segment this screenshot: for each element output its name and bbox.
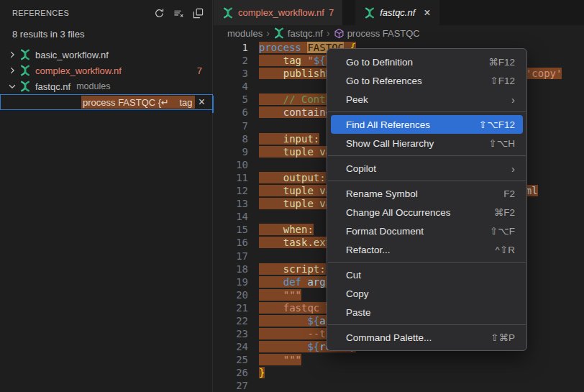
line-number[interactable]: 2 (214, 54, 248, 67)
tab-complex-workflow-nf[interactable]: complex_workflow.nf7 (214, 0, 343, 25)
twistie[interactable] (6, 81, 18, 92)
menu-item-shortcut: ⇧F12 (490, 75, 515, 86)
line-text: input: (259, 133, 319, 145)
file-item-complex-workflow-nf[interactable]: complex_workflow.nf7 (0, 63, 212, 78)
line-number[interactable]: 7 (214, 119, 248, 132)
menu-item-label: Paste (346, 307, 515, 318)
file-item-basic-workflow-nf[interactable]: basic_workflow.nf (0, 47, 212, 63)
line-text: when: (259, 224, 314, 235)
tab-close-icon[interactable]: × (424, 7, 430, 19)
line-number[interactable]: 20 (214, 288, 248, 301)
breadcrumb-item-process-fastqc[interactable]: process FASTQC (334, 28, 420, 39)
line-number[interactable]: 13 (214, 197, 248, 210)
menu-item-shortcut: ⌘F2 (494, 206, 515, 218)
twistie[interactable] (6, 65, 18, 76)
line-number[interactable]: 22 (214, 314, 248, 327)
collapse-all-icon (193, 8, 204, 19)
menu-item-find-all-references[interactable]: Find All References⇧⌥F12 (331, 115, 523, 134)
breadcrumb-label: process FASTQC (347, 28, 420, 39)
twistie[interactable] (6, 49, 18, 60)
line-number[interactable]: 21 (214, 301, 248, 314)
nextflow-icon (273, 27, 285, 39)
clear-all-icon (173, 8, 184, 19)
line-number[interactable]: 11 (214, 171, 248, 184)
line-number[interactable]: 17 (214, 250, 248, 263)
menu-item-shortcut: ⇧⌘P (491, 332, 515, 343)
breadcrumb-item-fastqc-nf[interactable]: fastqc.nf (273, 27, 323, 39)
line-number[interactable]: 26 (214, 366, 248, 379)
nextflow-icon (19, 81, 31, 92)
menu-separator (328, 181, 526, 181)
menu-item-label: Format Document (346, 226, 477, 237)
submenu-chevron-icon: › (511, 163, 515, 175)
line-number[interactable]: 10 (214, 158, 248, 171)
reference-item[interactable]: process FASTQC {↵ tag "${samp...× (0, 94, 213, 110)
menu-item-cut[interactable]: Cut (331, 265, 523, 284)
reference-match-text: process FASTQC {↵ tag "${samp... (81, 96, 195, 109)
menu-item-change-all-occurrences[interactable]: Change All Occurrences⌘F2 (331, 203, 523, 222)
menu-item-show-call-hierarchy[interactable]: Show Call Hierarchy⇧⌥H (331, 134, 523, 152)
menu-item-label: Copilot (346, 163, 511, 174)
line-number[interactable]: 5 (214, 93, 248, 106)
code-line[interactable]: 25 """ (214, 353, 584, 366)
line-text: output: (259, 172, 326, 183)
menu-item-shortcut: F2 (503, 188, 515, 199)
file-label: basic_workflow.nf (35, 50, 109, 60)
line-number[interactable]: 9 (214, 145, 248, 158)
line-text: """ (259, 354, 301, 365)
line-number[interactable]: 27 (214, 379, 248, 392)
code-line[interactable]: 26} (214, 366, 584, 379)
result-count-badge: 7 (197, 65, 202, 76)
line-number[interactable]: 4 (214, 80, 248, 93)
file-label: fastqc.nf (35, 81, 70, 92)
menu-item-copy[interactable]: Copy (331, 284, 523, 303)
line-number[interactable]: 6 (214, 106, 248, 119)
menu-item-copilot[interactable]: Copilot› (331, 159, 523, 178)
menu-item-go-to-definition[interactable]: Go to Definition⌘F12 (331, 53, 523, 71)
line-number[interactable]: 14 (214, 210, 248, 223)
line-number[interactable]: 8 (214, 132, 248, 145)
line-number[interactable]: 16 (214, 236, 248, 249)
file-item-fastqc-nf[interactable]: fastqc.nfmodules (0, 78, 212, 94)
menu-separator (328, 111, 526, 112)
line-text: } (259, 367, 265, 378)
line-number[interactable]: 25 (214, 353, 248, 366)
nextflow-icon (364, 7, 375, 19)
line-number[interactable]: 23 (214, 327, 248, 340)
line-text: """ (259, 289, 301, 301)
collapse-all-button[interactable] (191, 6, 205, 20)
menu-item-rename-symbol[interactable]: Rename SymbolF2 (331, 184, 523, 203)
tab-fastqc-nf[interactable]: fastqc.nf× (355, 0, 439, 25)
chevron-right-icon (7, 65, 17, 76)
menu-item-peek[interactable]: Peek› (331, 90, 523, 109)
refresh-button[interactable] (152, 6, 166, 20)
panel-toolbar (152, 6, 205, 20)
code-line[interactable]: 27 (214, 379, 584, 392)
menu-item-command-palette[interactable]: Command Palette...⇧⌘P (331, 328, 523, 347)
menu-item-label: Peek (346, 94, 511, 105)
menu-item-refactor[interactable]: Refactor...^⇧R (331, 240, 523, 259)
line-number[interactable]: 12 (214, 184, 248, 197)
menu-item-label: Refactor... (346, 245, 483, 255)
line-number[interactable]: 3 (214, 67, 248, 80)
menu-item-label: Show Call Hierarchy (346, 138, 475, 149)
menu-item-go-to-references[interactable]: Go to References⇧F12 (331, 71, 523, 90)
dismiss-reference-button[interactable]: × (199, 95, 205, 109)
line-number[interactable]: 19 (214, 275, 248, 288)
submenu-chevron-icon: › (511, 94, 515, 106)
clear-results-button[interactable] (171, 6, 186, 20)
line-number[interactable]: 18 (214, 263, 248, 275)
menu-item-label: Go to Definition (346, 57, 475, 68)
context-menu: Go to Definition⌘F12Go to References⇧F12… (327, 48, 527, 351)
line-number[interactable]: 1 (214, 41, 248, 54)
vscode-window: REFERENCES 8 results in 3 files basic_wo… (0, 0, 584, 392)
line-text: script: (259, 263, 326, 275)
breadcrumb-item-modules[interactable]: modules (227, 28, 263, 39)
line-number[interactable]: 15 (214, 223, 248, 236)
file-label: complex_workflow.nf (35, 65, 122, 76)
menu-item-shortcut: ⇧⌥H (488, 137, 515, 149)
line-number[interactable]: 24 (214, 340, 248, 353)
menu-item-format-document[interactable]: Format Document⇧⌥F (331, 222, 523, 240)
menu-item-paste[interactable]: Paste (331, 303, 523, 322)
file-description: modules (76, 81, 110, 91)
